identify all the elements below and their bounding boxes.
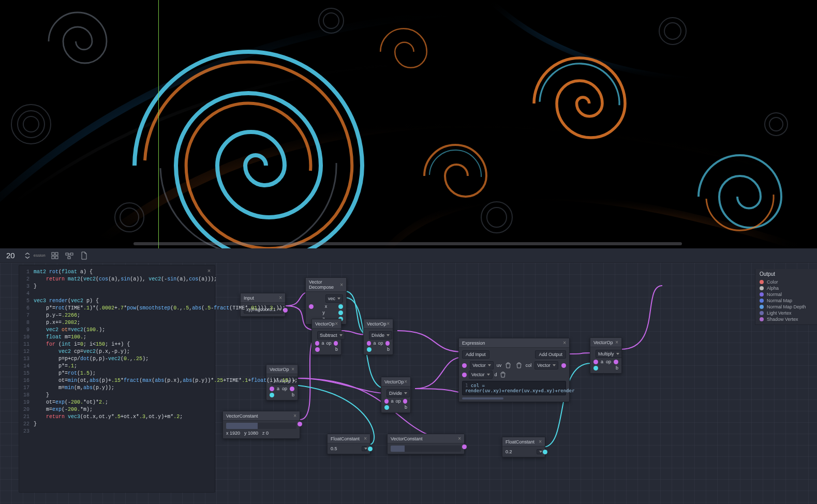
channel-label: Normal [767,292,782,297]
code-line[interactable]: p*=.1; [34,363,77,370]
code-line[interactable]: } [34,283,37,290]
vector-slider[interactable] [226,423,296,429]
channel-color-dot [760,280,764,284]
channel-color-dot [760,317,764,321]
close-icon[interactable]: × [563,340,566,346]
type-select[interactable]: Vector [534,361,558,369]
channel-color-dot [760,292,764,297]
vec-select[interactable]: vec [325,294,343,303]
code-editor-panel[interactable]: × 1mat2 rot(float a) {2 return mat2(vec2… [19,265,215,493]
output-channel[interactable]: Shadow Vertex [760,316,813,322]
code-line[interactable]: for (int i=0; i<150; i++) { [34,341,130,348]
channel-label: Light Vertex [767,310,792,316]
trash-icon[interactable] [499,371,507,378]
code-line[interactable]: vec2 cp=vec2(p.x,-p.y); [34,348,130,355]
output-channel[interactable]: Normal Map [760,298,813,304]
close-icon[interactable]: × [387,321,390,327]
line-number: 10 [19,334,34,341]
node-vector-constant-1[interactable]: VectorConstant× x 1920 y 1080 z 0 [222,411,300,439]
node-title: Vector Decompose [309,279,340,290]
close-icon[interactable]: × [615,339,618,345]
stepper-icon[interactable] [22,250,33,261]
code-line[interactable]: } [34,392,49,399]
output-channel[interactable]: Light Vertex [760,310,813,316]
line-number: 6 [19,305,34,312]
vector-slider[interactable] [391,446,461,452]
nodes-icon[interactable] [64,250,75,261]
code-line[interactable]: return vec3(ot.x,ot.y*.5+ot.x*.3,ot.y)+m… [34,413,183,421]
channel-label: Alpha [767,286,779,291]
horizontal-scrollbar[interactable] [462,397,503,399]
expression-code-input[interactable]: 1 col = render(uv.xy)+render(uv.xy+d.xy)… [462,381,566,395]
node-float-constant-2[interactable]: FloatConstant× 0.2 [502,437,545,457]
node-title: VectorConstant [391,436,423,441]
code-line[interactable]: p.x+=.2082; [34,319,80,327]
type-select[interactable]: Vector [470,361,494,369]
close-icon[interactable]: × [539,439,542,444]
output-channel[interactable]: Color [760,279,813,285]
line-number: 22 [19,421,34,428]
output-channel[interactable]: Normal Map Depth [760,304,813,310]
code-line[interactable]: vec2 ot=vec2(100.); [34,327,105,334]
close-icon[interactable]: × [279,295,282,301]
render-viewport[interactable] [0,0,817,248]
line-number: 12 [19,348,34,355]
grid-icon[interactable] [50,250,60,261]
channel-label: Normal Map [767,298,792,303]
line-number: 13 [19,355,34,363]
close-icon[interactable]: × [335,321,338,327]
code-line[interactable]: float m=100.; [34,334,86,341]
close-icon[interactable]: × [340,282,343,288]
node-title: VectorOp [270,367,289,372]
output-channel[interactable]: Normal [760,291,813,298]
close-icon[interactable]: × [364,436,367,441]
line-number: 16 [19,377,34,384]
code-line[interactable]: p*=rot(1.5); [34,370,96,377]
trash-icon[interactable] [504,362,512,369]
code-line[interactable]: p*=rot(TIME*.1)*(.0002+.7*pow(smoothstep… [34,305,285,312]
code-line[interactable]: return mat2(vec2(cos(a),sin(a)), vec2(-s… [34,276,217,283]
add-input-button[interactable]: Add Input [462,350,489,359]
close-icon[interactable]: × [205,268,213,275]
node-float-constant-1[interactable]: FloatConstant× 0.5 [327,434,370,454]
code-line[interactable]: mat2 rot(float a) { [34,269,93,276]
svg-rect-15 [55,253,58,255]
code-line[interactable]: } [34,421,37,428]
node-vector-constant-2[interactable]: VectorConstant× [387,434,465,454]
close-icon[interactable]: × [293,413,296,419]
close-icon[interactable]: × [404,379,407,384]
close-icon[interactable]: × [291,366,294,372]
code-editor-body[interactable]: 1mat2 rot(float a) {2 return mat2(vec2(c… [19,265,215,438]
line-number: 20 [19,406,34,413]
type-select[interactable]: Vector [469,370,493,379]
channel-label: Color [767,279,778,285]
line-number: 23 [19,428,34,435]
code-line[interactable]: m=min(m,abs(p.y)); [34,384,114,392]
close-icon[interactable]: × [458,436,461,441]
node-title: VectorOp [315,321,335,327]
code-line[interactable]: p=p+cp/dot(p,p)-vec2(0.,.25); [34,355,148,363]
code-line[interactable]: ot=exp(-200.*ot)*2.; [34,399,108,406]
line-number: 4 [19,290,34,298]
fractal-render-output [0,0,817,248]
code-line[interactable]: ot=min(ot,abs(p)+.15*fract(max(abs(p.x),… [34,377,298,384]
toolbar-number: 20 [3,251,18,260]
code-line[interactable]: m=exp(-200.*m); [34,406,93,413]
node-expression[interactable]: Expression× Add Input Add Output Vector … [458,338,570,402]
channel-color-dot [760,286,764,290]
output-channel[interactable]: Alpha [760,285,813,291]
node-vectorop-multiply-2[interactable]: VectorOp× Multiply aop b [590,337,622,374]
node-vectorop-divide-2[interactable]: VectorOp× Divide aop b [381,377,411,413]
line-number: 2 [19,276,34,283]
document-icon[interactable] [79,250,89,261]
node-vectorop-divide-1[interactable]: VectorOp× Divide aop b [363,319,393,355]
trash-icon[interactable] [515,362,523,369]
viewport-horizontal-scrollbar[interactable] [133,242,682,245]
add-output-button[interactable]: Add Output [535,350,566,359]
node-vectorop-subtract[interactable]: VectorOp× Subtract aop b [311,319,341,355]
node-title: Input [244,295,254,301]
node-vector-decompose[interactable]: Vector Decompose× vec x y z [305,277,347,324]
code-line[interactable]: p.y-=.2266; [34,312,80,319]
line-number: 11 [19,341,34,348]
code-line[interactable]: vec3 render(vec2 p) { [34,298,99,305]
